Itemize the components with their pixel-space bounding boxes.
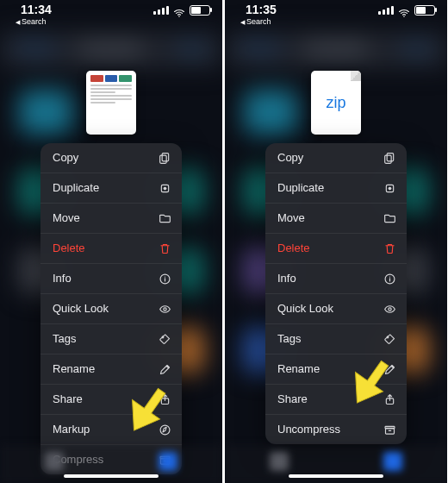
menu-item-duplicate[interactable]: Duplicate: [40, 172, 182, 203]
menu-item-info[interactable]: Info: [265, 263, 407, 293]
info-icon: [158, 272, 171, 285]
menu-item-label: Tags: [53, 332, 76, 345]
phone-screenshot-right: iPhoneDocumentsDone 11:35 Search zip Cop…: [225, 0, 447, 483]
back-to-search[interactable]: Search: [16, 17, 47, 26]
status-bar: 11:35 Search: [225, 0, 447, 26]
menu-item-info[interactable]: Info: [40, 263, 182, 293]
phone-screenshot-left: iPhoneDocumentsDone 11:34 Search CopyDup…: [0, 0, 222, 483]
folder-icon: [158, 211, 171, 225]
cellular-icon: [378, 6, 394, 15]
menu-item-label: Delete: [53, 242, 85, 254]
menu-item-label: Rename: [53, 362, 95, 375]
menu-item-move[interactable]: Move: [40, 203, 182, 233]
menu-item-label: Uncompress: [277, 423, 340, 436]
duplicate-icon: [383, 181, 396, 195]
menu-item-label: Quick Look: [277, 302, 333, 315]
duplicate-icon: [158, 181, 171, 195]
menu-item-label: Markup: [53, 423, 90, 436]
menu-item-label: Info: [277, 272, 296, 285]
menu-item-label: Share: [53, 392, 83, 405]
info-icon: [383, 272, 396, 285]
menu-item-quick-look[interactable]: Quick Look: [40, 293, 182, 323]
menu-item-rename[interactable]: Rename: [40, 354, 182, 384]
menu-item-tags[interactable]: Tags: [40, 323, 182, 354]
menu-item-label: Duplicate: [53, 181, 99, 194]
battery-icon: [414, 5, 435, 16]
annotation-arrow: [340, 354, 401, 414]
menu-item-delete[interactable]: Delete: [40, 233, 182, 263]
tag-icon: [158, 332, 171, 346]
menu-item-label: Duplicate: [277, 181, 324, 194]
trash-icon: [383, 242, 396, 255]
zip-label: zip: [326, 94, 345, 112]
file-preview-document[interactable]: [86, 71, 136, 135]
menu-item-move[interactable]: Move: [265, 203, 407, 233]
menu-item-label: Quick Look: [53, 302, 109, 315]
battery-icon: [190, 5, 210, 16]
cellular-icon: [153, 6, 169, 15]
archive-icon: [383, 423, 396, 436]
menu-item-label: Move: [53, 211, 80, 224]
copy-icon: [383, 151, 396, 165]
annotation-arrow: [117, 381, 177, 442]
status-bar: 11:34 Search: [0, 0, 222, 26]
menu-item-label: Move: [277, 211, 305, 224]
menu-item-label: Copy: [277, 151, 303, 164]
menu-item-duplicate[interactable]: Duplicate: [265, 172, 407, 203]
menu-item-quick-look[interactable]: Quick Look: [265, 293, 407, 323]
copy-icon: [158, 151, 171, 165]
trash-icon: [158, 242, 171, 255]
tag-icon: [383, 332, 396, 346]
status-time: 11:35: [246, 3, 277, 16]
folder-icon: [383, 211, 396, 225]
menu-item-label: Share: [277, 392, 308, 405]
pencil-icon: [158, 362, 171, 376]
file-preview-zip[interactable]: zip: [311, 71, 361, 135]
menu-item-label: Info: [53, 272, 72, 285]
home-indicator: [64, 474, 159, 478]
menu-item-tags[interactable]: Tags: [265, 323, 407, 354]
wifi-icon: [173, 6, 185, 15]
home-indicator: [289, 474, 383, 478]
menu-item-uncompress[interactable]: Uncompress: [265, 414, 407, 444]
menu-item-copy[interactable]: Copy: [40, 143, 182, 172]
menu-item-copy[interactable]: Copy: [265, 143, 407, 172]
status-time: 11:34: [21, 3, 52, 16]
menu-item-label: Copy: [53, 151, 78, 164]
eye-icon: [158, 302, 171, 316]
menu-item-label: Rename: [277, 362, 320, 375]
eye-icon: [383, 302, 396, 316]
menu-item-delete[interactable]: Delete: [265, 233, 407, 263]
menu-item-label: Delete: [277, 242, 310, 254]
back-to-search[interactable]: Search: [240, 17, 271, 26]
wifi-icon: [398, 6, 410, 15]
menu-item-label: Tags: [277, 332, 301, 345]
